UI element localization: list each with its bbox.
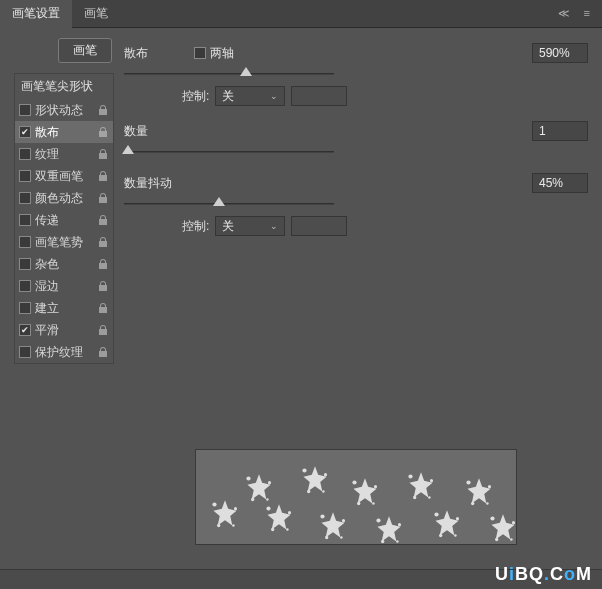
count-jitter-value[interactable]: 45% [532, 173, 588, 193]
lock-icon[interactable] [97, 280, 109, 292]
svg-point-6 [251, 498, 254, 501]
list-item[interactable]: 保护纹理 [15, 341, 113, 363]
svg-point-16 [320, 514, 324, 518]
svg-point-3 [232, 524, 235, 527]
option-label: 纹理 [35, 146, 93, 163]
lock-icon[interactable] [97, 236, 109, 248]
both-axes-checkbox[interactable] [194, 47, 206, 59]
list-item[interactable]: 颜色动态 [15, 187, 113, 209]
lock-icon[interactable] [97, 346, 109, 358]
svg-point-24 [376, 518, 380, 522]
scatter-control-select[interactable]: 关⌄ [215, 86, 285, 106]
lock-icon[interactable] [97, 258, 109, 270]
option-label: 传递 [35, 212, 93, 229]
svg-point-4 [246, 476, 250, 480]
svg-point-38 [471, 502, 474, 505]
list-item[interactable]: 建立 [15, 297, 113, 319]
brush-options-list: 画笔笔尖形状 形状动态散布纹理双重画笔颜色动态传递画笔笔势杂色湿边建立平滑保护纹… [14, 73, 114, 364]
list-item[interactable]: 平滑 [15, 319, 113, 341]
option-checkbox[interactable] [19, 126, 31, 138]
tab-brushes[interactable]: 画笔 [72, 0, 120, 28]
scatter-control-label: 控制: [182, 88, 209, 105]
option-checkbox[interactable] [19, 170, 31, 182]
count-slider[interactable] [124, 144, 334, 160]
svg-point-27 [396, 540, 399, 543]
option-checkbox[interactable] [19, 148, 31, 160]
svg-point-43 [510, 538, 513, 541]
svg-point-41 [512, 521, 515, 524]
scatter-slider[interactable] [124, 66, 334, 82]
svg-point-26 [381, 540, 384, 543]
brush-splat [344, 472, 386, 514]
list-item[interactable]: 画笔笔势 [15, 231, 113, 253]
count-value[interactable]: 1 [532, 121, 588, 141]
option-label: 散布 [35, 124, 93, 141]
option-checkbox[interactable] [19, 236, 31, 248]
brush-splat [482, 508, 517, 545]
list-item[interactable]: 湿边 [15, 275, 113, 297]
svg-point-30 [413, 496, 416, 499]
svg-point-39 [486, 502, 489, 505]
option-label: 保护纹理 [35, 344, 93, 361]
brush-splat [294, 460, 336, 502]
brush-preview [195, 449, 517, 545]
brush-presets-button[interactable]: 画笔 [58, 38, 112, 63]
svg-point-36 [466, 480, 470, 484]
option-checkbox[interactable] [19, 192, 31, 204]
svg-point-17 [342, 519, 345, 522]
svg-point-0 [212, 502, 216, 506]
svg-point-8 [266, 506, 270, 510]
jitter-control-label: 控制: [182, 218, 209, 235]
option-checkbox[interactable] [19, 280, 31, 292]
brush-splat [400, 466, 442, 508]
svg-point-12 [302, 468, 306, 472]
list-item[interactable]: 传递 [15, 209, 113, 231]
option-checkbox[interactable] [19, 324, 31, 336]
scatter-value[interactable]: 590% [532, 43, 588, 63]
list-item[interactable]: 双重画笔 [15, 165, 113, 187]
svg-point-14 [307, 490, 310, 493]
svg-point-11 [286, 528, 289, 531]
menu-icon[interactable]: ≡ [578, 3, 596, 24]
jitter-control-select[interactable]: 关⌄ [215, 216, 285, 236]
svg-point-28 [408, 474, 412, 478]
jitter-control-value [291, 216, 347, 236]
option-label: 建立 [35, 300, 93, 317]
list-item[interactable]: 杂色 [15, 253, 113, 275]
lock-icon[interactable] [97, 148, 109, 160]
tab-brush-settings[interactable]: 画笔设置 [0, 0, 72, 28]
option-checkbox[interactable] [19, 346, 31, 358]
tab-bar: 画笔设置 画笔 ≪ ≡ [0, 0, 602, 28]
option-checkbox[interactable] [19, 214, 31, 226]
option-label: 形状动态 [35, 102, 93, 119]
svg-point-42 [495, 538, 498, 541]
count-jitter-label: 数量抖动 [124, 175, 184, 192]
svg-point-34 [439, 534, 442, 537]
scatter-label: 散布 [124, 45, 184, 62]
option-label: 画笔笔势 [35, 234, 93, 251]
lock-icon[interactable] [97, 214, 109, 226]
option-checkbox[interactable] [19, 258, 31, 270]
svg-point-37 [488, 485, 491, 488]
brush-tip-shape[interactable]: 画笔笔尖形状 [15, 74, 113, 99]
list-item[interactable]: 纹理 [15, 143, 113, 165]
svg-point-19 [340, 536, 343, 539]
option-checkbox[interactable] [19, 104, 31, 116]
svg-point-33 [456, 517, 459, 520]
lock-icon[interactable] [97, 302, 109, 314]
brush-splat [368, 510, 410, 545]
option-checkbox[interactable] [19, 302, 31, 314]
collapse-icon[interactable]: ≪ [552, 3, 576, 24]
lock-icon[interactable] [97, 324, 109, 336]
svg-point-22 [357, 502, 360, 505]
list-item[interactable]: 形状动态 [15, 99, 113, 121]
scatter-control-value [291, 86, 347, 106]
lock-icon[interactable] [97, 192, 109, 204]
lock-icon[interactable] [97, 126, 109, 138]
lock-icon[interactable] [97, 104, 109, 116]
count-jitter-slider[interactable] [124, 196, 334, 212]
svg-point-18 [325, 536, 328, 539]
list-item[interactable]: 散布 [15, 121, 113, 143]
svg-point-25 [398, 523, 401, 526]
lock-icon[interactable] [97, 170, 109, 182]
